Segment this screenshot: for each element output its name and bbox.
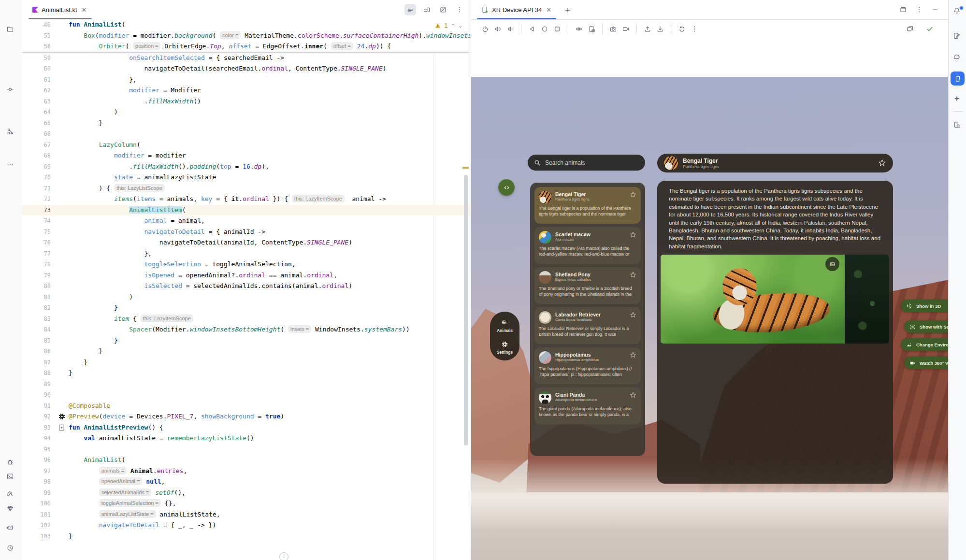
add-tab-icon[interactable]: ＋ bbox=[563, 4, 572, 15]
line-number[interactable]: 65 bbox=[22, 118, 57, 129]
line-number[interactable]: 82 bbox=[22, 302, 57, 314]
code-line[interactable]: 84 Spacer(Modifier.windowInsetsBottomHei… bbox=[22, 324, 470, 335]
line-number[interactable]: 101 bbox=[22, 509, 57, 520]
gemini-sparkle-icon[interactable] bbox=[953, 95, 963, 104]
code-line[interactable]: 81 ) bbox=[22, 292, 470, 303]
code-line[interactable]: 79 isOpened = openedAnimal?.ordinal == a… bbox=[22, 270, 470, 281]
code-line[interactable]: 60 navigateToDetail(searchedEmail.ordina… bbox=[22, 63, 470, 74]
animal-card[interactable]: Giant PandaAiluropoda melanoleucaThe gia… bbox=[534, 388, 641, 424]
videocam-icon[interactable] bbox=[620, 23, 632, 35]
more-horizontal-icon[interactable] bbox=[6, 160, 16, 170]
editor-layout-icon[interactable] bbox=[421, 4, 433, 15]
line-number[interactable]: 80 bbox=[22, 281, 57, 292]
code-line[interactable]: 83 item { this: LazyItemScope bbox=[22, 314, 470, 325]
line-number[interactable]: 46 bbox=[22, 19, 57, 30]
code-line[interactable]: 82 } bbox=[22, 302, 470, 314]
code-line[interactable]: 72 items(items = animals, key = { it.ord… bbox=[22, 194, 470, 205]
code-line[interactable]: 73 AnimalListItem( bbox=[22, 205, 470, 216]
chevron-up-icon[interactable]: ⌃ bbox=[451, 23, 455, 29]
more-vertical-icon[interactable] bbox=[454, 4, 465, 15]
more-vertical-icon[interactable] bbox=[688, 23, 701, 35]
search-bar[interactable]: Search animals bbox=[528, 155, 645, 171]
code-line[interactable]: 98 openedAnimal = null, bbox=[22, 476, 470, 488]
code-line[interactable]: 85 } bbox=[22, 335, 470, 346]
build-hammer-icon[interactable] bbox=[6, 490, 16, 500]
chevron-down-icon[interactable]: ⌄ bbox=[459, 23, 462, 29]
device-tab-xr[interactable]: XR Device API 34 ✕ bbox=[476, 0, 557, 19]
line-number[interactable]: 97 bbox=[22, 466, 57, 477]
volume-up-icon[interactable] bbox=[491, 23, 504, 35]
code-line[interactable]: 77 }, bbox=[22, 248, 470, 259]
code-line[interactable]: 103} bbox=[22, 531, 470, 542]
code-line[interactable]: 78 toggleSelection = toggleAnimalSelecti… bbox=[22, 259, 470, 270]
code-line[interactable]: 80 isSelected = selectedAnimalIds.contai… bbox=[22, 281, 470, 292]
close-icon[interactable]: ✕ bbox=[545, 6, 552, 14]
code-line[interactable]: 59 onSearchItemSelected = { searchedEmai… bbox=[22, 53, 470, 64]
line-number[interactable]: 56 bbox=[22, 41, 57, 52]
xr-device-screen[interactable]: Search animals Bengal TigerPanthera tigr… bbox=[471, 77, 949, 560]
line-number[interactable]: 79 bbox=[22, 270, 57, 281]
line-number[interactable]: 84 bbox=[22, 324, 57, 335]
code-line[interactable]: 93fun AnimalListPreview() { bbox=[22, 422, 470, 433]
favorite-star-icon[interactable] bbox=[630, 231, 636, 238]
nav-home-icon[interactable] bbox=[538, 23, 551, 35]
animal-card[interactable]: Labrador RetrieverCanis lupus familiaris… bbox=[534, 307, 641, 344]
line-number[interactable]: 98 bbox=[22, 476, 57, 488]
nav-overview-icon[interactable] bbox=[551, 23, 563, 35]
editor-tab-animallist[interactable]: AnimalList.kt ✕ bbox=[28, 0, 93, 19]
logcat-cat-icon[interactable] bbox=[6, 523, 16, 533]
line-number[interactable]: 61 bbox=[22, 74, 57, 86]
line-number[interactable]: 90 bbox=[22, 389, 57, 401]
line-number[interactable]: 89 bbox=[22, 379, 57, 390]
line-number[interactable]: 63 bbox=[22, 96, 57, 107]
line-number[interactable]: 100 bbox=[22, 498, 57, 509]
minimize-icon[interactable] bbox=[931, 6, 940, 14]
line-number[interactable]: 96 bbox=[22, 455, 57, 466]
inspection-widget[interactable]: 1 ⌃ ⌄ bbox=[434, 22, 462, 29]
camera-icon[interactable] bbox=[607, 23, 620, 35]
download-icon[interactable] bbox=[654, 23, 666, 35]
nav-rail-item-settings[interactable]: Settings bbox=[497, 341, 513, 355]
code-line[interactable]: 101 animalLazyListState = animalListStat… bbox=[22, 509, 470, 520]
code-line[interactable]: 90 bbox=[22, 389, 470, 401]
line-number[interactable]: 55 bbox=[22, 30, 57, 42]
project-folder-icon[interactable] bbox=[6, 25, 16, 35]
animal-card[interactable]: HippopotamusHippopotamus amphibiusThe hi… bbox=[534, 347, 641, 384]
line-number[interactable]: 85 bbox=[22, 335, 57, 346]
line-number[interactable]: 75 bbox=[22, 227, 57, 238]
line-number[interactable]: 102 bbox=[22, 520, 57, 531]
xr-move-handle-button[interactable] bbox=[498, 179, 515, 196]
xr-button-watch-360-video[interactable]: Watch 360° Video bbox=[904, 357, 949, 369]
favorite-star-icon[interactable] bbox=[630, 392, 636, 399]
line-number[interactable]: 86 bbox=[22, 346, 57, 357]
editor-body[interactable]: 46fun AnimalList(55 Box(modifier = modif… bbox=[22, 19, 470, 560]
code-line[interactable]: 102 navigateToDetail = { _, _ -> }) bbox=[22, 520, 470, 531]
close-icon[interactable]: ✕ bbox=[81, 6, 88, 14]
commit-icon[interactable] bbox=[6, 86, 16, 95]
device-settings-icon[interactable] bbox=[585, 23, 598, 35]
code-line[interactable]: 70 state = animalLazyListState bbox=[22, 172, 470, 183]
line-number[interactable]: 78 bbox=[22, 259, 57, 270]
running-devices-icon[interactable] bbox=[951, 72, 965, 86]
detail-header[interactable]: Bengal Tiger Panthera tigris tigris bbox=[657, 154, 893, 172]
code-line[interactable]: 100 toggleAnimalSelection = {}, bbox=[22, 498, 470, 509]
window-icon[interactable] bbox=[899, 6, 908, 14]
line-number[interactable]: 64 bbox=[22, 107, 57, 118]
line-number[interactable]: 60 bbox=[22, 63, 57, 74]
line-number[interactable]: 66 bbox=[22, 129, 57, 140]
line-number[interactable]: 67 bbox=[22, 140, 57, 151]
upload-icon[interactable] bbox=[641, 23, 654, 35]
code-line[interactable]: 64 ) bbox=[22, 107, 470, 118]
code-line[interactable]: 67 LazyColumn( bbox=[22, 140, 470, 151]
line-number[interactable]: 69 bbox=[22, 161, 57, 172]
code-line[interactable]: 95 bbox=[22, 444, 470, 455]
code-line[interactable]: 55 Box(modifier = modifier.background( c… bbox=[22, 30, 470, 42]
line-number[interactable]: 71 bbox=[22, 183, 57, 194]
animal-card[interactable]: Scarlet macawAra macaoThe scarlet macaw … bbox=[534, 227, 641, 264]
line-number[interactable]: 88 bbox=[22, 368, 57, 379]
code-line[interactable]: 94 val animalListState = rememberLazyLis… bbox=[22, 433, 470, 444]
gem-icon[interactable] bbox=[6, 504, 16, 514]
code-line[interactable]: 97 animals = Animal.entries, bbox=[22, 466, 470, 477]
animal-card[interactable]: Bengal TigerPanthera tigris tigrisThe Be… bbox=[534, 187, 641, 224]
code-line[interactable]: 69 .fillMaxWidth().padding(top = 16.dp), bbox=[22, 161, 470, 172]
